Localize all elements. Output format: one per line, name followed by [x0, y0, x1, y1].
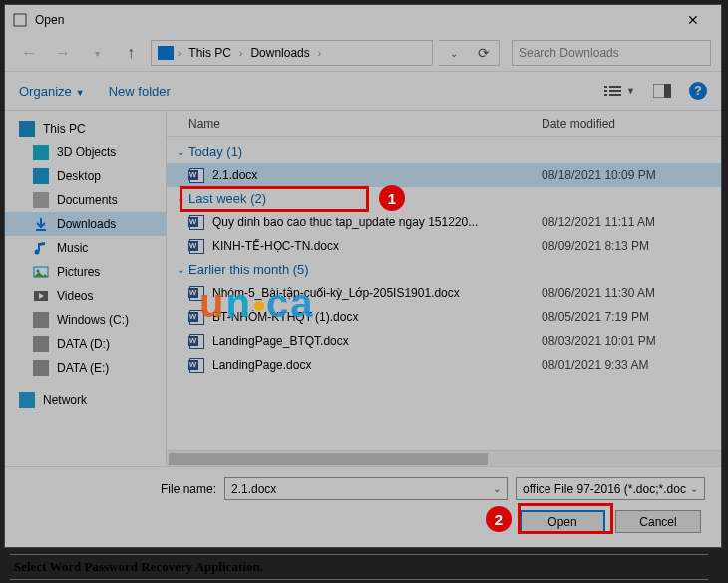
sidebar-item-videos[interactable]: Videos: [5, 284, 166, 308]
filename-row: File name: 2.1.docx ⌄ office File 97-201…: [21, 477, 705, 500]
filename-input[interactable]: 2.1.docx ⌄: [224, 477, 508, 500]
view-mode-icon[interactable]: ▼: [604, 84, 635, 98]
cancel-button[interactable]: Cancel: [615, 510, 701, 533]
chevron-right-icon: ›: [178, 48, 181, 59]
svg-point-10: [35, 250, 40, 255]
download-icon: [33, 216, 49, 232]
titlebar: Open ✕: [5, 5, 721, 35]
search-placeholder: Search Downloads: [519, 46, 619, 60]
chevron-down-icon: ⌄: [177, 193, 184, 204]
bottom-panel: File name: 2.1.docx ⌄ office File 97-201…: [5, 466, 721, 547]
svg-rect-6: [609, 94, 621, 96]
nav-up-icon[interactable]: ↑: [117, 39, 145, 67]
chevron-down-icon: ▼: [76, 88, 85, 98]
nav-recent-icon[interactable]: ▾: [83, 39, 111, 67]
file-row[interactable]: LandingPage.docx 08/01/2021 9:33 AM: [167, 353, 721, 377]
pictures-icon: [33, 264, 49, 280]
group-earlier[interactable]: ⌄Earlier this month (5): [167, 258, 721, 281]
window-title: Open: [35, 13, 673, 27]
file-row[interactable]: 2.1.docx 08/18/2021 10:09 PM: [167, 163, 721, 187]
svg-rect-5: [609, 90, 621, 92]
view-buttons: ▼ ?: [604, 82, 707, 100]
close-icon[interactable]: ✕: [673, 12, 713, 28]
svg-rect-4: [609, 86, 621, 88]
addr-dropdown-icon[interactable]: ⌄: [439, 48, 469, 59]
sidebar-item-drive-e[interactable]: DATA (E:): [5, 356, 166, 380]
pc-icon: [158, 46, 174, 60]
button-row: Open Cancel: [21, 510, 705, 533]
word-doc-icon: [188, 357, 204, 373]
videos-icon: [33, 288, 49, 304]
nav-row: ← → ▾ ↑ › This PC › Downloads › ⌄ ⟳ Sear…: [5, 35, 721, 71]
sidebar-item-network[interactable]: Network: [5, 388, 166, 412]
chevron-down-icon: ⌄: [493, 483, 501, 494]
refresh-icon[interactable]: ⟳: [469, 45, 499, 61]
svg-rect-9: [36, 229, 46, 231]
word-doc-icon: [188, 285, 204, 301]
sidebar-item-downloads[interactable]: Downloads: [5, 212, 166, 236]
open-dialog: Open ✕ ← → ▾ ↑ › This PC › Downloads › ⌄…: [4, 4, 722, 548]
svg-rect-1: [604, 86, 607, 88]
address-tools: ⌄ ⟳: [439, 40, 500, 66]
chevron-right-icon: ›: [318, 48, 321, 59]
file-list-area: Name Date modified ⌄Today (1) 2.1.docx 0…: [167, 111, 721, 466]
file-row[interactable]: LandingPage_BTQT.docx 08/03/2021 10:01 P…: [167, 329, 721, 353]
sidebar-item-this-pc[interactable]: This PC: [5, 117, 166, 141]
caption-text: Select Word Password Recovery Applicatio…: [10, 554, 708, 580]
group-lastweek[interactable]: ⌄Last week (2): [167, 187, 721, 210]
column-date[interactable]: Date modified: [542, 117, 721, 131]
svg-rect-2: [604, 90, 607, 92]
sidebar-item-documents[interactable]: Documents: [5, 188, 166, 212]
word-doc-icon: [188, 238, 204, 254]
svg-point-12: [37, 270, 40, 273]
horizontal-scrollbar[interactable]: [167, 450, 721, 466]
new-folder-button[interactable]: New folder: [109, 84, 171, 99]
chevron-down-icon: ⌄: [690, 483, 698, 494]
music-icon: [33, 240, 49, 256]
word-doc-icon: [188, 333, 204, 349]
word-doc-icon: [188, 309, 204, 325]
breadcrumb-root[interactable]: This PC: [184, 46, 235, 60]
dialog-icon: [13, 13, 27, 27]
organize-button[interactable]: Organize▼: [19, 84, 85, 99]
filename-label: File name:: [21, 482, 216, 496]
sidebar: This PC 3D Objects Desktop Documents Dow…: [5, 111, 167, 466]
sidebar-item-music[interactable]: Music: [5, 236, 166, 260]
address-bar[interactable]: › This PC › Downloads ›: [151, 40, 433, 66]
word-doc-icon: [188, 167, 204, 183]
column-name[interactable]: Name: [188, 117, 542, 131]
preview-pane-icon[interactable]: [653, 84, 671, 98]
open-button[interactable]: Open: [520, 510, 605, 533]
sidebar-item-3d-objects[interactable]: 3D Objects: [5, 141, 166, 164]
sidebar-item-drive-c[interactable]: Windows (C:): [5, 308, 166, 332]
chevron-down-icon: ▼: [626, 86, 635, 96]
toolbar: Organize▼ New folder ▼ ?: [5, 71, 721, 111]
file-row[interactable]: KINH-TẾ-HỌC-TN.docx 08/09/2021 8:13 PM: [167, 234, 721, 258]
svg-rect-3: [604, 94, 607, 96]
dialog-body: This PC 3D Objects Desktop Documents Dow…: [5, 111, 721, 466]
chevron-down-icon: ⌄: [177, 264, 184, 275]
svg-rect-8: [664, 84, 671, 98]
nav-forward-icon[interactable]: →: [49, 39, 77, 67]
column-headers: Name Date modified: [167, 111, 721, 137]
word-doc-icon: [188, 214, 204, 230]
chevron-right-icon: ›: [239, 48, 242, 59]
sidebar-item-desktop[interactable]: Desktop: [5, 164, 166, 188]
file-row[interactable]: Quy dinh bao cao thuc tap_update ngay 15…: [167, 210, 721, 234]
nav-back-icon[interactable]: ←: [15, 39, 43, 67]
file-type-filter[interactable]: office File 97-2016 (*.doc;*.doc ⌄: [516, 477, 705, 500]
file-row[interactable]: BT-NHÓM-KTHQT (1).docx 08/05/2021 7:19 P…: [167, 305, 721, 329]
help-icon[interactable]: ?: [689, 82, 707, 100]
file-row[interactable]: Nhóm-5_Bài-tập-cuối-kỳ_Lớp-205IS1901.doc…: [167, 281, 721, 305]
sidebar-item-pictures[interactable]: Pictures: [5, 260, 166, 284]
search-input[interactable]: Search Downloads: [512, 40, 711, 66]
svg-rect-0: [14, 14, 26, 26]
chevron-down-icon: ⌄: [177, 146, 184, 157]
file-list: ⌄Today (1) 2.1.docx 08/18/2021 10:09 PM …: [167, 137, 721, 450]
sidebar-item-drive-d[interactable]: DATA (D:): [5, 332, 166, 356]
group-today[interactable]: ⌄Today (1): [167, 141, 721, 163]
breadcrumb-folder[interactable]: Downloads: [246, 46, 313, 60]
